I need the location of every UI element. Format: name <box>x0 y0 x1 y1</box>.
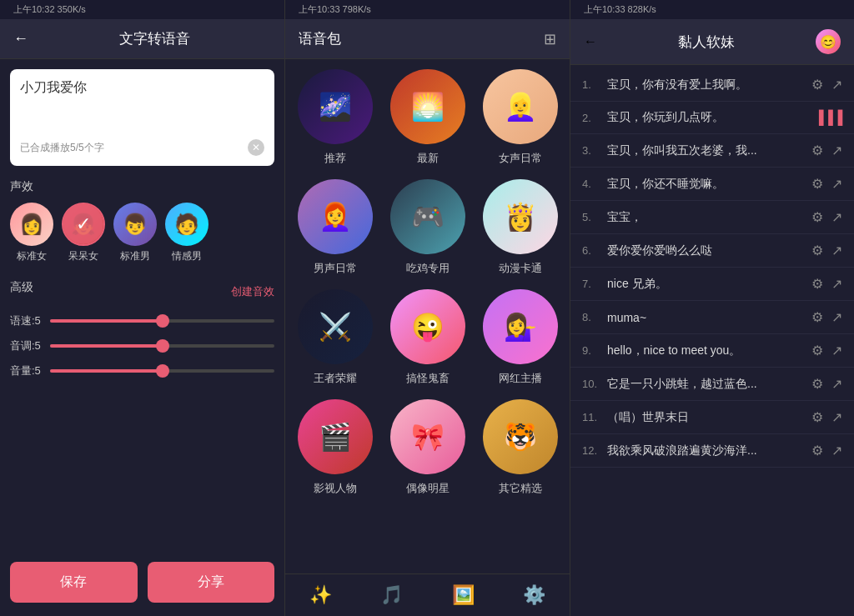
sentence-row-3[interactable]: 3. 宝贝，你叫我五次老婆，我... ⚙ ↗ <box>570 134 854 168</box>
sentence-row-8[interactable]: 8. muma~ ⚙ ↗ <box>570 301 854 334</box>
share-button[interactable]: 分享 <box>148 562 275 603</box>
tune-icon-8[interactable]: ⚙ <box>811 309 823 325</box>
slider-row-speed: 语速:5 <box>10 313 274 328</box>
voice-check-1: ✓ <box>63 204 103 244</box>
text-input[interactable] <box>20 79 264 129</box>
sentence-row-12[interactable]: 12. 我欲乘风破浪踏遍黄沙海洋... ⚙ ↗ <box>570 434 854 468</box>
save-button[interactable]: 保存 <box>10 562 138 603</box>
share-icon-3[interactable]: ↗ <box>831 143 842 158</box>
create-sound-button[interactable]: 创建音效 <box>231 284 274 299</box>
footer-tab-0[interactable]: ✨ <box>303 581 339 609</box>
voice-pack-img-funny: 😜 <box>390 289 465 364</box>
tune-icon-4[interactable]: ⚙ <box>811 176 823 192</box>
slider-label-speed: 语速:5 <box>10 313 43 328</box>
sentence-row-1[interactable]: 1. 宝贝，你有没有爱上我啊。 ⚙ ↗ <box>570 68 854 102</box>
sentence-num-7: 7. <box>582 278 600 290</box>
voice-option-0[interactable]: 👩 标准女 <box>10 203 53 263</box>
share-icon-7[interactable]: ↗ <box>831 276 842 292</box>
sentence-row-2[interactable]: 2. 宝贝，你玩到几点呀。 ▐▐▐ <box>570 102 854 134</box>
sentence-row-6[interactable]: 6. 爱你爱你爱哟么么哒 ⚙ ↗ <box>570 234 854 268</box>
voice-option-1[interactable]: 👧 ✓ 呆呆女 <box>62 203 105 263</box>
slider-row-volume: 音量:5 <box>10 363 274 378</box>
voice-options: 👩 标准女 👧 ✓ 呆呆女 👦 标准男 <box>10 203 274 263</box>
share-icon-9[interactable]: ↗ <box>831 343 842 358</box>
voice-pack-funny[interactable]: 😜 搞怪鬼畜 <box>388 289 467 386</box>
sentence-row-9[interactable]: 9. hello，nice to meet you。 ⚙ ↗ <box>570 334 854 368</box>
share-icon-6[interactable]: ↗ <box>831 243 842 258</box>
slider-thumb-pitch[interactable] <box>156 339 169 353</box>
voice-pack-female[interactable]: 👱‍♀️ 女声日常 <box>480 69 560 166</box>
panel3-body: 1. 宝贝，你有没有爱上我啊。 ⚙ ↗ 2. 宝贝，你玩到几点呀。 ▐▐▐ 3.… <box>570 65 854 616</box>
voice-pack-name-idol: 偶像明星 <box>406 481 450 496</box>
sentence-num-4: 4. <box>582 178 600 190</box>
text-input-area[interactable]: 已合成播放5/5个字 ✕ <box>10 69 274 166</box>
voice-pack-img-other: 🐯 <box>483 399 558 474</box>
share-icon-11[interactable]: ↗ <box>831 409 842 425</box>
footer-tab-2[interactable]: 🖼️ <box>445 581 481 609</box>
sentence-num-6: 6. <box>582 244 600 257</box>
voice-pack-idol[interactable]: 🎀 偶像明星 <box>388 399 467 496</box>
slider-track-pitch[interactable] <box>50 344 274 348</box>
share-icon-1[interactable]: ↗ <box>831 77 842 93</box>
status-bar-3: 上午10:33 828K/s <box>570 0 854 19</box>
share-icon-8[interactable]: ↗ <box>831 309 842 325</box>
footer-tab-3[interactable]: ⚙️ <box>516 581 552 609</box>
voice-pack-anime[interactable]: 👸 动漫卡通 <box>480 179 560 276</box>
footer-tab-1[interactable]: 🎵 <box>374 581 409 609</box>
sentence-row-10[interactable]: 10. 它是一只小跳蛙，越过蓝色... ⚙ ↗ <box>570 368 854 401</box>
sentence-text-2: 宝贝，你玩到几点呀。 <box>607 110 807 125</box>
panel-soft-girl: 上午10:33 828K/s ← 黏人软妹 😊 1. 宝贝，你有没有爱上我啊。 … <box>570 0 854 616</box>
voice-option-3[interactable]: 🧑 情感男 <box>165 203 208 263</box>
share-icon-10[interactable]: ↗ <box>831 376 842 392</box>
voice-pack-king[interactable]: ⚔️ 王者荣耀 <box>295 289 374 386</box>
sentence-text-7: nice 兄弟。 <box>607 277 805 292</box>
tune-icon-3[interactable]: ⚙ <box>811 143 823 158</box>
clear-button[interactable]: ✕ <box>248 139 264 156</box>
voice-pack-name-king: 王者荣耀 <box>314 371 357 386</box>
tune-icon-6[interactable]: ⚙ <box>811 243 823 258</box>
sentence-num-3: 3. <box>582 144 600 157</box>
sentence-row-4[interactable]: 4. 宝贝，你还不睡觉嘛。 ⚙ ↗ <box>570 168 854 201</box>
slider-thumb-volume[interactable] <box>156 364 169 378</box>
advanced-header: 高级 创建音效 <box>10 280 274 303</box>
sentence-num-10: 10. <box>582 378 600 390</box>
tune-icon-12[interactable]: ⚙ <box>811 443 823 458</box>
slider-track-speed[interactable] <box>50 319 274 323</box>
sentence-row-7[interactable]: 7. nice 兄弟。 ⚙ ↗ <box>570 268 854 301</box>
voice-pack-name-anime: 动漫卡通 <box>499 261 542 276</box>
voice-pack-movie[interactable]: 🎬 影视人物 <box>295 399 374 496</box>
sentence-actions-10: ⚙ ↗ <box>811 376 842 392</box>
slider-label-volume: 音量:5 <box>10 363 43 378</box>
tune-icon-5[interactable]: ⚙ <box>811 209 823 225</box>
share-icon-5[interactable]: ↗ <box>831 209 842 225</box>
sentence-row-11[interactable]: 11. （唱）世界末日 ⚙ ↗ <box>570 401 854 434</box>
back-button-1[interactable]: ← <box>13 30 28 48</box>
share-icon-12[interactable]: ↗ <box>831 443 842 458</box>
voice-pack-other[interactable]: 🐯 其它精选 <box>480 399 560 496</box>
back-button-3[interactable]: ← <box>584 34 597 49</box>
voice-option-2[interactable]: 👦 标准男 <box>113 203 157 263</box>
playing-icon-2[interactable]: ▐▐▐ <box>814 110 842 125</box>
voice-pack-chicken[interactable]: 🎮 吃鸡专用 <box>388 179 467 276</box>
voice-pack-anchor[interactable]: 💁‍♀️ 网红主播 <box>480 289 560 386</box>
slider-track-volume[interactable] <box>50 369 274 373</box>
share-icon-4[interactable]: ↗ <box>831 176 842 192</box>
voice-pack-img-king: ⚔️ <box>298 289 373 364</box>
tune-icon-11[interactable]: ⚙ <box>811 409 823 425</box>
slider-thumb-speed[interactable] <box>156 314 169 328</box>
tune-icon-1[interactable]: ⚙ <box>811 77 823 93</box>
tune-icon-9[interactable]: ⚙ <box>811 343 823 358</box>
grid-icon[interactable]: ⊞ <box>544 30 556 48</box>
sentence-row-5[interactable]: 5. 宝宝， ⚙ ↗ <box>570 201 854 234</box>
sentence-num-12: 12. <box>582 444 600 457</box>
tune-icon-7[interactable]: ⚙ <box>811 276 823 292</box>
voice-pack-new[interactable]: 🌅 最新 <box>388 69 467 166</box>
panel1-body: 已合成播放5/5个字 ✕ 声效 👩 标准女 👧 ✓ 呆呆女 <box>0 59 284 548</box>
voice-pack-recommend[interactable]: 🌌 推荐 <box>295 69 374 166</box>
footer-tab-icon-1: 🎵 <box>380 584 403 606</box>
voice-pack-name-male: 男声日常 <box>314 261 357 276</box>
panel1-header: ← 文字转语音 <box>0 19 284 59</box>
sentence-text-4: 宝贝，你还不睡觉嘛。 <box>607 177 805 192</box>
tune-icon-10[interactable]: ⚙ <box>811 376 823 392</box>
voice-pack-male[interactable]: 👩‍🦰 男声日常 <box>295 179 374 276</box>
